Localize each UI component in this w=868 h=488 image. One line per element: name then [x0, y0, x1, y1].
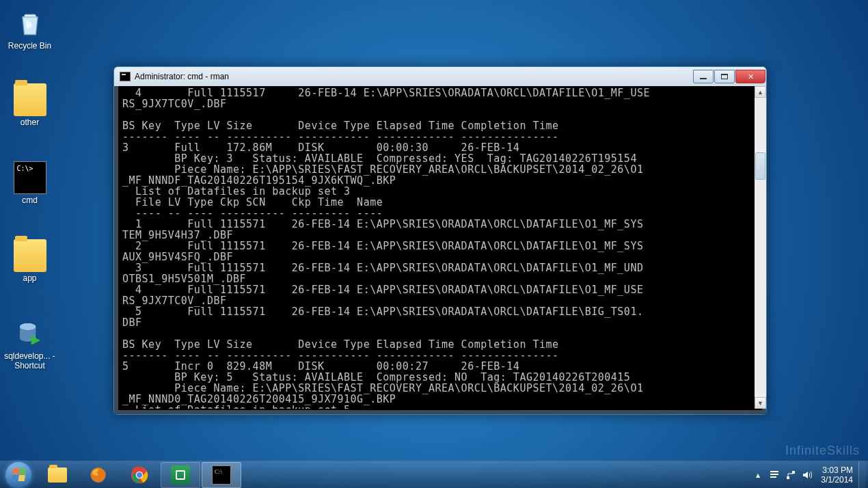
- cmd-icon: [14, 161, 46, 194]
- folder-icon: [14, 83, 46, 116]
- svg-rect-7: [787, 476, 789, 479]
- cmd-window-icon: [120, 72, 131, 81]
- desktop-icon-recycle-bin[interactable]: Recycle Bin: [4, 7, 55, 51]
- desktop-icon-label: app: [4, 273, 55, 283]
- desktop-icon-label: other: [4, 118, 55, 127]
- desktop-icon-label: cmd: [4, 195, 55, 205]
- window-title: Administrator: cmd - rman: [135, 72, 229, 81]
- watermark: InfiniteSkills: [785, 444, 860, 458]
- folder-icon: [14, 239, 46, 272]
- volume-icon[interactable]: [801, 469, 813, 481]
- show-desktop-button[interactable]: [858, 461, 865, 489]
- taskbar-chrome[interactable]: [120, 462, 159, 488]
- desktop-icon-cmd-shortcut[interactable]: cmd: [4, 161, 55, 205]
- folder-icon: [48, 467, 67, 483]
- tray-chevron-icon[interactable]: ▴: [752, 469, 764, 481]
- maximize-button[interactable]: [714, 70, 735, 83]
- scroll-thumb[interactable]: [755, 152, 765, 180]
- titlebar[interactable]: Administrator: cmd - rman ✕: [114, 67, 766, 86]
- cmd-window: Administrator: cmd - rman ✕ 4 Full 11155…: [113, 66, 767, 415]
- chrome-icon: [130, 465, 149, 485]
- svg-point-1: [20, 323, 36, 330]
- cmd-icon: C:\: [212, 465, 231, 485]
- svg-rect-8: [792, 471, 795, 474]
- firefox-icon: [89, 465, 108, 485]
- desktop-icon-folder-other[interactable]: other: [4, 83, 55, 127]
- app-icon: [171, 465, 190, 485]
- taskbar-firefox[interactable]: [79, 462, 118, 488]
- svg-point-6: [137, 472, 142, 478]
- desktop-icon-folder-app[interactable]: app: [4, 239, 55, 283]
- action-center-icon[interactable]: [768, 469, 781, 481]
- taskbar-cmd[interactable]: C:\: [202, 462, 241, 488]
- scrollbar[interactable]: ▲ ▼: [755, 86, 766, 409]
- scroll-track[interactable]: [755, 98, 766, 397]
- start-orb-icon: [5, 462, 31, 488]
- desktop-icon-label: Recycle Bin: [4, 41, 55, 51]
- clock-time: 3:03 PM: [821, 465, 853, 475]
- start-button[interactable]: [0, 461, 37, 489]
- database-icon: [14, 317, 46, 350]
- close-button[interactable]: ✕: [735, 70, 765, 83]
- desktop: Recycle Binothercmdappsqldevelop... - Sh…: [0, 0, 868, 488]
- taskbar-oracle-vm[interactable]: [161, 462, 200, 488]
- scroll-down-button[interactable]: ▼: [755, 397, 766, 409]
- taskbar-explorer[interactable]: [38, 462, 77, 488]
- clock-date: 3/1/2014: [821, 475, 853, 485]
- scroll-up-button[interactable]: ▲: [755, 86, 766, 98]
- minimize-button[interactable]: [693, 70, 714, 83]
- desktop-icon-sqldeveloper[interactable]: sqldevelop... - Shortcut: [4, 317, 55, 370]
- system-tray: ▴ 3:03 PM 3/1/2014: [750, 461, 868, 489]
- clock[interactable]: 3:03 PM 3/1/2014: [821, 465, 853, 485]
- desktop-icon-label: sqldevelop... - Shortcut: [4, 351, 55, 370]
- network-icon[interactable]: [785, 469, 797, 481]
- recycle-bin-icon: [14, 7, 46, 40]
- terminal-output[interactable]: 4 Full 1115517 26-FEB-14 E:\APP\SRIES\OR…: [120, 86, 761, 409]
- taskbar: C:\ ▴ 3:03 PM 3/1/2014: [0, 461, 868, 488]
